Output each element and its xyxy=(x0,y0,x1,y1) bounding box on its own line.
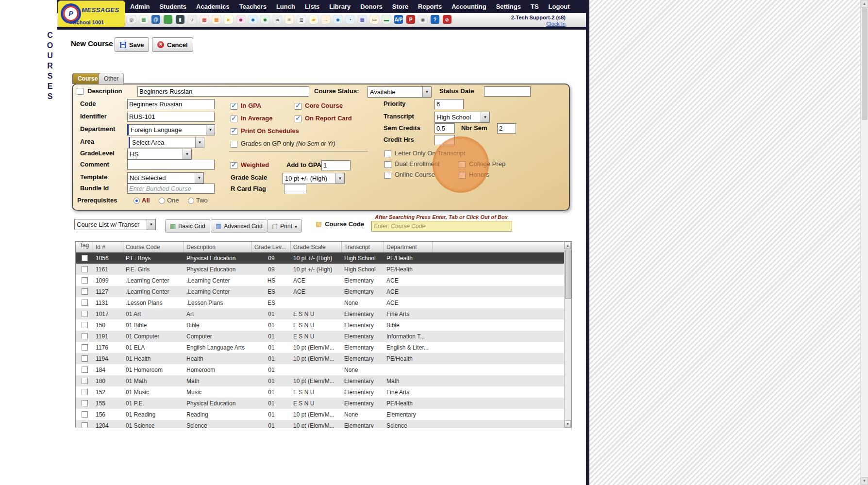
transcript-select[interactable]: High School xyxy=(434,112,490,123)
row-tag-checkbox[interactable] xyxy=(82,311,88,317)
grades-gp-only-checkbox[interactable] xyxy=(231,141,237,148)
row-tag-checkbox[interactable] xyxy=(82,255,88,261)
spreadsheet-icon[interactable]: ▦ xyxy=(139,15,148,24)
binoculars-icon[interactable]: ∞ xyxy=(273,15,282,24)
area-select[interactable]: Select Area xyxy=(129,137,204,148)
lunch-icon[interactable]: ≡ xyxy=(285,15,294,24)
table-row[interactable]: 155 01 P.E. Physical Education 01 E S N … xyxy=(76,398,565,409)
in-gpa-checkbox[interactable] xyxy=(231,103,237,110)
nav-logout[interactable]: Logout xyxy=(549,3,570,10)
department-select[interactable]: Foreign Language xyxy=(127,124,215,135)
col-grade-level[interactable]: Grade Lev... xyxy=(252,242,291,252)
row-tag-checkbox[interactable] xyxy=(82,277,88,284)
prereq-all-radio[interactable] xyxy=(134,198,140,204)
calendar-icon[interactable]: ▦ xyxy=(212,15,221,24)
nav-lunch[interactable]: Lunch xyxy=(276,3,295,10)
row-tag-checkbox[interactable] xyxy=(82,333,88,339)
nav-academics[interactable]: Academics xyxy=(196,3,230,10)
save-button[interactable]: Save xyxy=(115,37,149,52)
col-department[interactable]: Department xyxy=(384,242,433,252)
student-pink-icon[interactable]: ☻ xyxy=(236,15,245,24)
schedule-icon[interactable]: ◔ xyxy=(346,15,354,24)
nav-library[interactable]: Library xyxy=(329,3,351,10)
table-row[interactable]: 1191 01 Computer Computer 01 E S N U Ele… xyxy=(76,331,565,342)
table-row[interactable]: 184 01 Homeroom Homeroom 01 None xyxy=(76,364,565,375)
table-row[interactable]: 1056 P.E. Boys Physical Education 09 10 … xyxy=(76,252,565,264)
template-select[interactable]: Not Selected xyxy=(127,172,204,184)
advanced-grid-button[interactable]: Advanced Grid xyxy=(211,219,267,233)
nav-donors[interactable]: Donors xyxy=(360,3,383,10)
online-course-checkbox[interactable] xyxy=(384,172,391,179)
notes-icon[interactable]: ≣ xyxy=(297,15,306,24)
scrollbar-thumb[interactable] xyxy=(565,250,571,299)
row-tag-checkbox[interactable] xyxy=(82,300,88,306)
table-row[interactable]: 1194 01 Health Health 01 10 pt (Elem/M..… xyxy=(76,353,565,364)
code-input[interactable] xyxy=(127,99,215,109)
row-tag-checkbox[interactable] xyxy=(82,411,88,418)
table-row[interactable]: 1131 .Lesson Plans .Lesson Plans ES None… xyxy=(76,297,565,308)
grade-scale-select[interactable]: 10 pt +/- (High) xyxy=(283,173,345,184)
core-course-checkbox[interactable] xyxy=(295,103,301,110)
table-row[interactable]: 1099 .Learning Center .Learning Center H… xyxy=(76,275,565,286)
col-grade-scale[interactable]: Grade Scale xyxy=(291,242,342,252)
on-report-card-checkbox[interactable] xyxy=(295,116,301,122)
print-on-schedules-checkbox[interactable] xyxy=(231,128,237,135)
media-icon[interactable]: ◉ xyxy=(418,15,427,24)
bundle-id-input[interactable] xyxy=(127,184,215,194)
col-tag[interactable]: Tag xyxy=(76,242,93,252)
dual-enrollment-checkbox[interactable] xyxy=(384,161,391,168)
identifier-input[interactable] xyxy=(127,112,215,122)
help-icon[interactable]: ? xyxy=(431,15,439,24)
row-tag-checkbox[interactable] xyxy=(82,288,88,295)
audio-icon[interactable]: ♪ xyxy=(188,15,197,24)
row-tag-checkbox[interactable] xyxy=(82,322,88,328)
r-card-flag-input[interactable] xyxy=(284,184,306,194)
nav-teachers[interactable]: Teachers xyxy=(239,3,267,10)
scroll-down-icon[interactable] xyxy=(565,420,571,428)
nav-accounting[interactable]: Accounting xyxy=(451,3,486,10)
table-row[interactable]: 1161 P.E. Girls Physical Education 09 10… xyxy=(76,264,565,275)
clock-in-link[interactable]: Clock In xyxy=(546,21,566,27)
row-tag-checkbox[interactable] xyxy=(82,355,88,362)
table-row[interactable]: 1127 .Learning Center .Learning Center E… xyxy=(76,286,565,297)
print-button[interactable]: Print xyxy=(267,219,302,233)
nav-ts[interactable]: TS xyxy=(531,3,539,10)
scroll-down-icon[interactable] xyxy=(861,477,868,485)
honors-checkbox[interactable] xyxy=(459,172,466,179)
table-row[interactable]: 1204 01 Science Science 01 10 pt (Elem/M… xyxy=(76,420,565,428)
scrollbar-thumb[interactable] xyxy=(862,8,868,120)
col-transcript[interactable]: Transcript xyxy=(342,242,384,252)
table-icon[interactable]: ▦ xyxy=(358,15,367,24)
description-input[interactable] xyxy=(137,86,309,97)
email-icon[interactable]: @ xyxy=(151,15,160,24)
mobile-icon[interactable]: ▮ xyxy=(176,15,184,24)
col-description[interactable]: Description xyxy=(184,242,252,252)
chat-icon[interactable] xyxy=(164,15,172,24)
description-checkbox[interactable] xyxy=(77,88,83,95)
comment-input[interactable] xyxy=(127,160,215,170)
table-row[interactable]: 1017 01 Art Art 01 E S N U Elementary Fi… xyxy=(76,308,565,319)
table-row[interactable]: 152 01 Music Music 01 E S N U Elementary… xyxy=(76,386,565,398)
table-row[interactable]: 150 01 Bible Bible 01 E S N U Elementary… xyxy=(76,319,565,331)
table-scrollbar[interactable] xyxy=(564,242,571,428)
row-tag-checkbox[interactable] xyxy=(82,400,88,406)
sem-credits-input[interactable] xyxy=(434,123,455,134)
nav-reports[interactable]: Reports xyxy=(418,3,442,10)
keyboard-icon[interactable]: ▭ xyxy=(370,15,379,24)
view-select[interactable]: Course List w/ Transcr xyxy=(74,219,156,230)
row-tag-checkbox[interactable] xyxy=(82,266,88,272)
in-average-checkbox[interactable] xyxy=(231,116,237,122)
add-to-gpa-input[interactable] xyxy=(321,160,351,170)
weighted-checkbox[interactable] xyxy=(231,162,237,169)
nav-admin[interactable]: Admin xyxy=(130,3,150,10)
calendar-red-icon[interactable]: ▦ xyxy=(200,15,209,24)
cancel-button[interactable]: Cancel xyxy=(152,37,193,52)
basic-grid-button[interactable]: Basic Grid xyxy=(165,219,210,233)
table-row[interactable]: 156 01 Reading Reading 01 10 pt (Elem/M.… xyxy=(76,409,565,420)
student-blue-icon[interactable]: ☻ xyxy=(249,15,257,24)
row-tag-checkbox[interactable] xyxy=(82,344,88,351)
nbr-sem-input[interactable] xyxy=(497,123,516,134)
app-logo[interactable]: P MESSAGES School 1001 xyxy=(58,0,125,27)
graduate-icon[interactable]: ☻ xyxy=(261,15,269,24)
power-icon[interactable]: ⊘ xyxy=(443,15,451,24)
